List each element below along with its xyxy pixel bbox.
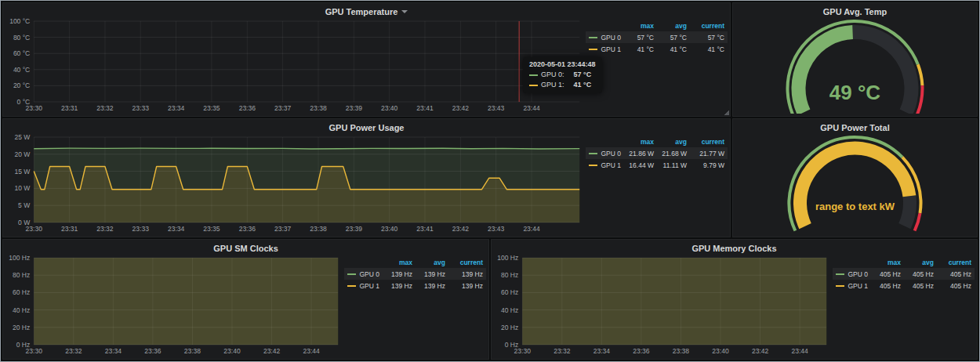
- legend-row: GPU 1 139 Hz 139 Hz 139 Hz: [344, 280, 486, 291]
- legend-series-toggle[interactable]: GPU 1: [836, 282, 868, 290]
- tooltip-series-name: GPU 1:: [541, 80, 564, 90]
- legend-series-name: GPU 0: [848, 270, 868, 278]
- legend-header-current[interactable]: current: [934, 259, 971, 266]
- svg-text:23:34: 23:34: [168, 225, 185, 233]
- series-swatch-icon: [589, 153, 597, 154]
- legend-header-avg[interactable]: avg: [654, 138, 687, 146]
- legend-header-max[interactable]: max: [379, 259, 412, 266]
- panel-title[interactable]: GPU Power Usage: [329, 123, 405, 132]
- svg-text:80 °C: 80 °C: [13, 34, 30, 42]
- legend-cell-current: 405 Hz: [934, 270, 971, 278]
- legend-header-max[interactable]: max: [621, 138, 654, 146]
- legend-series-toggle[interactable]: GPU 0: [347, 270, 379, 278]
- svg-text:5 W: 5 W: [18, 201, 30, 209]
- svg-text:23:38: 23:38: [184, 347, 201, 355]
- dashboard-row-1: GPU Temperature 0 °C20 °C40 °C60 °C80 °C…: [2, 2, 978, 117]
- legend-series-toggle[interactable]: GPU 1: [589, 45, 621, 53]
- svg-text:23:41: 23:41: [416, 104, 434, 112]
- legend-cell-avg: 11.11 W: [654, 161, 687, 169]
- chart-area: 0 Hz20 Hz40 Hz60 Hz80 Hz100 Hz23:3023:32…: [5, 253, 486, 357]
- svg-text:23:41: 23:41: [416, 225, 434, 233]
- gpu-memory-clocks-chart[interactable]: 0 Hz20 Hz40 Hz60 Hz80 Hz100 Hz23:3023:32…: [494, 253, 833, 357]
- legend-header-max[interactable]: max: [621, 22, 654, 30]
- legend-series-toggle[interactable]: GPU 0: [836, 270, 868, 278]
- panel-header: GPU Power Total: [735, 121, 975, 132]
- chart-area: 0 °C20 °C40 °C60 °C80 °C100 °C23:3023:31…: [5, 16, 728, 114]
- series-swatch-icon: [589, 49, 597, 50]
- panel-title[interactable]: GPU Memory Clocks: [691, 244, 776, 253]
- svg-text:23:43: 23:43: [488, 104, 505, 112]
- tooltip-series-value: 41 °C: [574, 80, 592, 90]
- svg-text:100 Hz: 100 Hz: [9, 254, 30, 262]
- legend-series-name: GPU 1: [601, 45, 621, 53]
- legend-row: GPU 0 57 °C 57 °C 57 °C: [586, 31, 728, 43]
- svg-text:23:34: 23:34: [105, 347, 122, 355]
- panel-header: GPU Power Usage: [5, 121, 728, 132]
- svg-text:60 Hz: 60 Hz: [13, 288, 30, 296]
- legend-cell-max: 41 °C: [621, 45, 654, 53]
- legend-cell-current: 9.79 W: [687, 161, 724, 169]
- svg-text:23:32: 23:32: [65, 347, 82, 355]
- tooltip-row: GPU 0: 57 °C: [529, 70, 596, 80]
- panel-gpu-power-usage: GPU Power Usage 0 W5 W10 W15 W20 W25 W23…: [2, 118, 731, 237]
- svg-text:100 °C: 100 °C: [9, 17, 30, 25]
- legend-cell-current: 57 °C: [687, 34, 724, 42]
- legend-table: max avg current GPU 0 405 Hz 405 Hz 405 …: [833, 253, 975, 357]
- legend-header-current[interactable]: current: [687, 138, 724, 146]
- legend-series-name: GPU 0: [601, 34, 621, 42]
- legend-series-toggle[interactable]: GPU 1: [347, 282, 379, 290]
- svg-text:23:30: 23:30: [26, 104, 43, 112]
- dashboard: GPU Temperature 0 °C20 °C40 °C60 °C80 °C…: [0, 0, 980, 362]
- legend-row: GPU 1 16.44 W 11.11 W 9.79 W: [586, 159, 728, 171]
- series-swatch-icon: [529, 74, 538, 76]
- gauge-value: 49 °C: [735, 81, 975, 105]
- panel-resize-handle[interactable]: [723, 109, 729, 115]
- legend-cell-max: 405 Hz: [868, 282, 901, 290]
- gpu-sm-clocks-chart[interactable]: 0 Hz20 Hz40 Hz60 Hz80 Hz100 Hz23:3023:32…: [5, 253, 344, 357]
- legend-cell-max: 139 Hz: [379, 270, 412, 278]
- svg-text:23:30: 23:30: [514, 347, 532, 355]
- legend-header-avg[interactable]: avg: [654, 22, 687, 30]
- legend-header-avg[interactable]: avg: [901, 259, 934, 266]
- panel-title[interactable]: GPU Avg. Temp: [823, 7, 887, 16]
- legend-cell-avg: 139 Hz: [412, 282, 445, 290]
- gauge-area: 49 °C: [735, 16, 975, 114]
- gpu-power-usage-chart[interactable]: 0 W5 W10 W15 W20 W25 W23:3023:3123:3223:…: [5, 132, 586, 234]
- legend-row: GPU 0 21.86 W 21.68 W 21.77 W: [586, 147, 728, 159]
- legend-header-current[interactable]: current: [445, 259, 483, 266]
- svg-text:23:36: 23:36: [239, 225, 256, 233]
- svg-text:23:44: 23:44: [523, 104, 540, 112]
- legend-row: GPU 1 41 °C 41 °C 41 °C: [586, 43, 728, 55]
- panel-header: GPU Temperature: [5, 5, 728, 16]
- dashboard-row-3: GPU SM Clocks 0 Hz20 Hz40 Hz60 Hz80 Hz10…: [2, 239, 978, 360]
- legend-cell-max: 139 Hz: [379, 282, 412, 290]
- gauge-area: range to text kW: [735, 132, 975, 234]
- legend-series-toggle[interactable]: GPU 0: [589, 150, 621, 157]
- legend-cell-avg: 405 Hz: [901, 270, 934, 278]
- legend-series-toggle[interactable]: GPU 0: [589, 34, 621, 42]
- legend-series-name: GPU 1: [848, 282, 868, 290]
- svg-text:23:38: 23:38: [310, 225, 327, 233]
- dashboard-row-2: GPU Power Usage 0 W5 W10 W15 W20 W25 W23…: [2, 118, 978, 237]
- svg-text:23:44: 23:44: [791, 347, 808, 355]
- legend-header-max[interactable]: max: [868, 259, 901, 266]
- svg-text:23:32: 23:32: [96, 225, 114, 233]
- legend-header-current[interactable]: current: [687, 22, 724, 30]
- svg-text:23:32: 23:32: [96, 104, 114, 112]
- series-swatch-icon: [589, 37, 597, 38]
- chevron-down-icon[interactable]: [401, 10, 408, 13]
- legend-table: max avg current GPU 0 57 °C 57 °C 57 °C …: [586, 16, 728, 114]
- legend-header-avg[interactable]: avg: [412, 259, 445, 266]
- panel-title[interactable]: GPU Temperature: [325, 7, 398, 16]
- legend-cell-current: 41 °C: [687, 45, 724, 53]
- panel-title[interactable]: GPU SM Clocks: [213, 244, 278, 253]
- panel-title[interactable]: GPU Power Total: [820, 123, 889, 132]
- tooltip-series-name: GPU 0:: [541, 70, 564, 80]
- svg-text:60 Hz: 60 Hz: [501, 288, 518, 296]
- legend-row: GPU 1 405 Hz 405 Hz 405 Hz: [833, 280, 975, 291]
- gpu-temperature-chart[interactable]: 0 °C20 °C40 °C60 °C80 °C100 °C23:3023:31…: [5, 16, 586, 114]
- legend-series-toggle[interactable]: GPU 1: [589, 161, 621, 169]
- svg-text:23:31: 23:31: [61, 104, 78, 112]
- svg-text:23:42: 23:42: [452, 225, 470, 233]
- series-swatch-icon: [347, 285, 356, 287]
